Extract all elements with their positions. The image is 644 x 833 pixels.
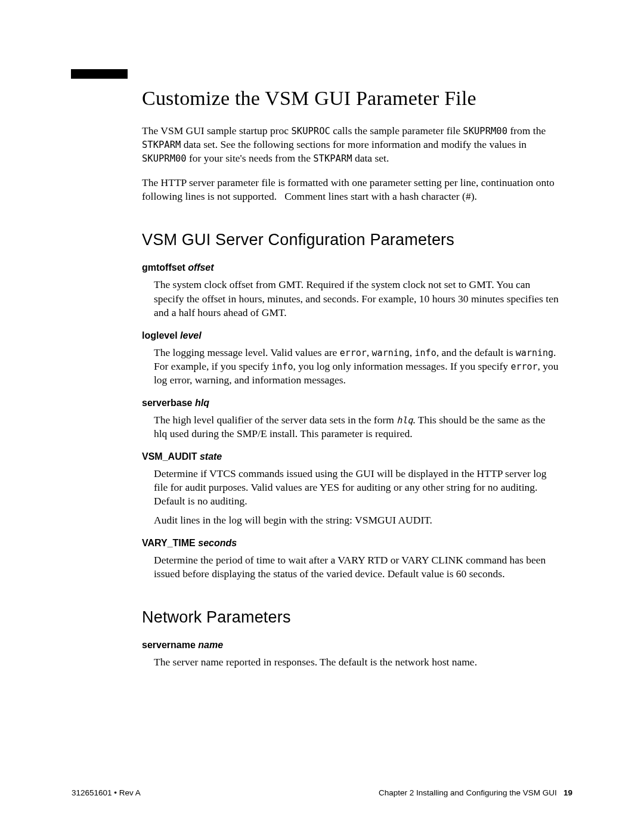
text: Comment lines start with a hash characte… xyxy=(282,190,477,202)
param-block: serverbase hlqThe high level qualifier o… xyxy=(142,398,561,441)
param-arg: name xyxy=(198,640,223,650)
param-desc-text: Determine if VTCS commands issued using … xyxy=(154,467,561,508)
code-text: info xyxy=(415,348,436,358)
server-params-list: gmtoffset offsetThe system clock offset … xyxy=(142,262,561,580)
footer-left: 312651601 • Rev A xyxy=(72,788,141,797)
param-desc: The high level qualifier of the server d… xyxy=(154,413,561,441)
param-heading: VARY_TIME seconds xyxy=(142,538,561,549)
text: for your site's needs from the xyxy=(187,152,314,164)
code-text: SKUPRM00 xyxy=(463,126,507,137)
param-arg: seconds xyxy=(198,538,237,548)
intro-paragraph-1: The VSM GUI sample startup proc SKUPROC … xyxy=(142,124,561,165)
param-desc-text: Audit lines in the log will begin with t… xyxy=(154,513,561,527)
text: from the xyxy=(507,125,546,137)
code-text: STKPARM xyxy=(142,140,181,150)
param-desc: The server name reported in responses. T… xyxy=(154,655,561,669)
param-desc: Determine the period of time to wait aft… xyxy=(154,553,561,581)
content-column: Customize the VSM GUI Parameter File The… xyxy=(142,87,561,669)
code-text: error xyxy=(510,361,537,372)
param-desc: Determine if VTCS commands issued using … xyxy=(154,467,561,527)
text: The VSM GUI sample startup proc xyxy=(142,125,291,137)
param-block: VARY_TIME secondsDetermine the period of… xyxy=(142,538,561,581)
section-heading-network: Network Parameters xyxy=(142,608,561,627)
param-name: VARY_TIME xyxy=(142,538,198,548)
param-desc-text: The system clock offset from GMT. Requir… xyxy=(154,278,561,319)
param-heading: servername name xyxy=(142,640,561,651)
param-desc: The logging message level. Valid values … xyxy=(154,346,561,387)
param-block: loglevel levelThe logging message level.… xyxy=(142,330,561,387)
param-desc-text: The server name reported in responses. T… xyxy=(154,655,561,669)
param-name: servername xyxy=(142,640,198,650)
param-heading: serverbase hlq xyxy=(142,398,561,408)
param-arg: state xyxy=(200,451,222,462)
code-text: STKPARM xyxy=(313,153,352,164)
code-text: SKUPRM00 xyxy=(142,153,187,164)
param-arg: level xyxy=(180,330,202,340)
param-heading: VSM_AUDIT state xyxy=(142,451,561,462)
code-text-italic: hlq xyxy=(397,415,413,426)
param-desc-text: The high level qualifier of the server d… xyxy=(154,413,561,441)
param-heading: gmtoffset offset xyxy=(142,262,561,273)
param-desc-text: The logging message level. Valid values … xyxy=(154,346,561,387)
param-name: gmtoffset xyxy=(142,262,188,272)
text: data set. xyxy=(352,152,389,164)
footer-chapter: Chapter 2 Installing and Configuring the… xyxy=(379,788,557,797)
param-name: serverbase xyxy=(142,398,195,408)
param-desc-text: Determine the period of time to wait aft… xyxy=(154,553,561,581)
page: Customize the VSM GUI Parameter File The… xyxy=(0,0,644,833)
page-footer: 312651601 • Rev A Chapter 2 Installing a… xyxy=(72,788,572,797)
header-rule-icon xyxy=(71,69,128,79)
param-heading: loglevel level xyxy=(142,330,561,341)
section-heading-server: VSM GUI Server Configuration Parameters xyxy=(142,231,561,249)
param-arg: offset xyxy=(188,262,213,272)
footer-right: Chapter 2 Installing and Configuring the… xyxy=(379,788,572,797)
param-block: servername nameThe server name reported … xyxy=(142,640,561,669)
param-arg: hlq xyxy=(195,398,209,408)
param-block: gmtoffset offsetThe system clock offset … xyxy=(142,262,561,319)
text: calls the sample parameter file xyxy=(330,125,463,137)
param-name: loglevel xyxy=(142,330,180,340)
code-text: SKUPROC xyxy=(291,126,330,137)
text: data set. See the following sections for… xyxy=(181,138,527,150)
param-block: VSM_AUDIT stateDetermine if VTCS command… xyxy=(142,451,561,527)
network-params-list: servername nameThe server name reported … xyxy=(142,640,561,669)
code-text: warning xyxy=(516,348,553,358)
code-text: error xyxy=(340,348,367,358)
page-title: Customize the VSM GUI Parameter File xyxy=(142,87,561,110)
intro-paragraph-2: The HTTP server parameter file is format… xyxy=(142,176,561,203)
footer-page-number: 19 xyxy=(564,788,572,797)
code-text: info xyxy=(271,361,293,372)
param-desc: The system clock offset from GMT. Requir… xyxy=(154,278,561,319)
code-text: warning xyxy=(372,348,410,358)
param-name: VSM_AUDIT xyxy=(142,451,200,462)
